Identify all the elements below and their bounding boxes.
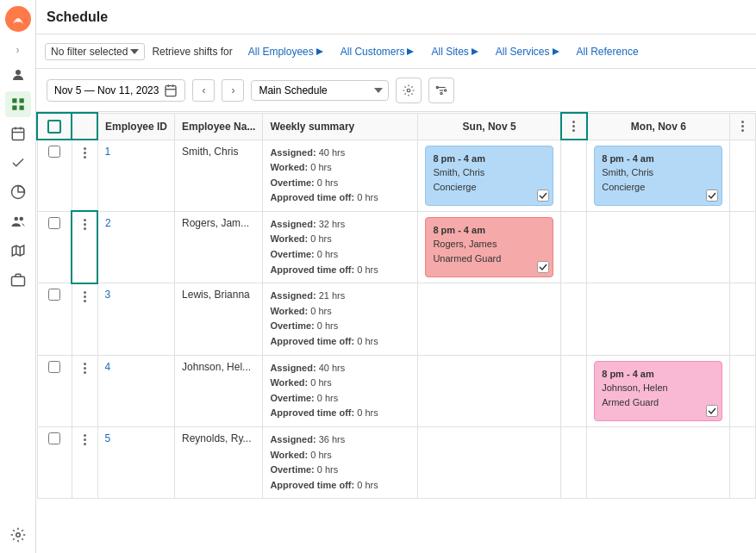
day-menu-dots[interactable] (569, 119, 579, 134)
mon-cell: 8 pm - 4 am Johnson, Helen Armed Guard (587, 355, 730, 426)
weekly-summary-cell: Assigned: 36 hrs Worked: 0 hrs Overtime:… (263, 427, 418, 499)
summary-overtime: Overtime: 0 hrs (270, 463, 410, 478)
prev-week-button[interactable]: ‹ (192, 79, 215, 102)
mon-menu-dots[interactable] (737, 119, 748, 134)
schedule-table-wrap: Employee ID Employee Na... Weekly summar… (36, 112, 756, 553)
employee-name: Johnson, Hel... (182, 361, 251, 373)
summary-overtime: Overtime: 0 hrs (270, 247, 410, 263)
svg-point-30 (437, 86, 439, 88)
mon-cell (587, 211, 730, 283)
no-filter-label: No filter selected (51, 46, 128, 58)
th-actions (72, 113, 97, 140)
svg-point-26 (408, 89, 411, 92)
sidebar-icon-chart[interactable] (5, 179, 31, 205)
mon-menu-cell (730, 283, 756, 355)
sidebar-icon-briefcase[interactable] (5, 267, 31, 293)
date-range-text: Nov 5 — Nov 11, 2023 (54, 84, 159, 96)
svg-rect-3 (19, 98, 23, 103)
shift-person: Rogers, James (433, 237, 546, 252)
date-range-picker[interactable]: Nov 5 — Nov 11, 2023 (47, 79, 185, 102)
customers-filter[interactable]: All Customers (335, 44, 420, 59)
app-logo[interactable] (4, 5, 32, 33)
sidebar-toggle[interactable]: › (9, 41, 27, 59)
svg-point-1 (16, 70, 21, 75)
mon-menu-cell (730, 211, 756, 283)
svg-marker-13 (12, 245, 24, 256)
row-menu-dots[interactable] (79, 217, 90, 232)
summary-assigned: Assigned: 32 hrs (270, 217, 410, 233)
shift-check-icon (706, 190, 718, 202)
mon-cell: 8 pm - 4 am Smith, Chris Concierge (587, 140, 730, 211)
svg-rect-34 (707, 190, 718, 201)
th-day-menu[interactable] (561, 113, 587, 140)
sidebar-icon-settings[interactable] (5, 522, 31, 548)
shift-card-mon[interactable]: 8 pm - 4 am Johnson, Helen Armed Guard (594, 361, 722, 421)
employee-id-cell: 3 (97, 283, 175, 355)
employee-id[interactable]: 1 (105, 146, 111, 158)
th-checkbox[interactable] (37, 113, 72, 140)
svg-marker-21 (553, 48, 559, 55)
row-menu-dots[interactable] (79, 432, 91, 447)
page-title: Schedule (47, 9, 108, 25)
row-checkbox-cell (37, 283, 72, 355)
row-checkbox-cell (37, 355, 72, 426)
shift-card-mon[interactable]: 8 pm - 4 am Smith, Chris Concierge (594, 146, 722, 206)
header-checkbox[interactable] (47, 120, 61, 134)
employee-id[interactable]: 4 (105, 361, 111, 373)
svg-point-12 (19, 217, 23, 221)
sidebar-icon-calendar[interactable] (5, 121, 31, 146)
no-filter-dropdown[interactable]: No filter selected (45, 43, 145, 60)
row-checkbox[interactable] (48, 146, 60, 158)
svg-rect-16 (11, 276, 24, 286)
summary-assigned: Assigned: 40 hrs (270, 146, 410, 161)
main-content: Schedule No filter selected Retrieve shi… (36, 0, 756, 553)
summary-worked: Worked: 0 hrs (270, 160, 410, 176)
employee-id[interactable]: 2 (105, 217, 111, 229)
retrieve-label: Retrieve shifts for (152, 46, 232, 58)
row-menu-dots[interactable] (79, 146, 91, 160)
mon-menu-cell (730, 140, 756, 211)
next-week-button[interactable]: › (222, 79, 244, 102)
summary-time-off: Approved time off: 0 hrs (270, 263, 410, 278)
row-actions-cell (72, 211, 97, 283)
calendar-icon (164, 84, 178, 97)
reference-filter[interactable]: All Reference (572, 44, 644, 59)
weekly-summary-cell: Assigned: 32 hrs Worked: 0 hrs Overtime:… (263, 211, 418, 283)
employee-id[interactable]: 3 (105, 289, 111, 301)
employee-id[interactable]: 5 (105, 432, 111, 444)
shift-card-sun[interactable]: 8 pm - 4 am Rogers, James Unarmed Guard (425, 217, 553, 277)
sidebar-icon-grid[interactable] (5, 91, 31, 117)
employee-name: Lewis, Brianna (182, 289, 250, 301)
row-actions-cell (72, 140, 97, 211)
row-actions-cell (72, 427, 97, 499)
row-menu-dots[interactable] (79, 289, 91, 304)
employee-name: Reynolds, Ry... (182, 432, 251, 444)
sidebar-icon-person[interactable] (5, 62, 31, 88)
table-row: 2Rogers, Jam... Assigned: 32 hrs Worked:… (37, 211, 756, 283)
sidebar-icon-people[interactable] (5, 208, 31, 234)
shift-card-sun[interactable]: 8 pm - 4 am Smith, Chris Concierge (425, 146, 553, 206)
sidebar-icon-check[interactable] (5, 150, 31, 176)
sites-filter[interactable]: All Sites (426, 44, 483, 59)
employee-id-cell: 2 (97, 211, 175, 283)
sun-cell: 8 pm - 4 am Smith, Chris Concierge (418, 140, 561, 211)
schedule-select[interactable]: Main Schedule (251, 80, 389, 101)
row-checkbox[interactable] (48, 361, 60, 373)
services-filter[interactable]: All Services (490, 44, 565, 59)
row-checkbox[interactable] (48, 432, 60, 444)
summary-assigned: Assigned: 21 hrs (270, 289, 410, 304)
svg-rect-4 (12, 106, 16, 110)
employees-filter[interactable]: All Employees (243, 44, 328, 59)
sep-cell (561, 283, 587, 355)
sidebar-icon-map[interactable] (5, 238, 31, 264)
row-checkbox[interactable] (48, 217, 60, 229)
row-menu-dots[interactable] (79, 361, 91, 376)
summary-time-off: Approved time off: 0 hrs (270, 190, 410, 206)
sun-cell: 8 pm - 4 am Rogers, James Unarmed Guard (418, 211, 561, 283)
row-checkbox[interactable] (48, 289, 60, 301)
settings-icon-btn[interactable] (396, 78, 422, 103)
th-mon-menu[interactable] (730, 113, 756, 140)
sliders-icon (435, 84, 447, 96)
sep-cell (561, 211, 587, 283)
filter-icon-btn[interactable] (428, 78, 454, 103)
